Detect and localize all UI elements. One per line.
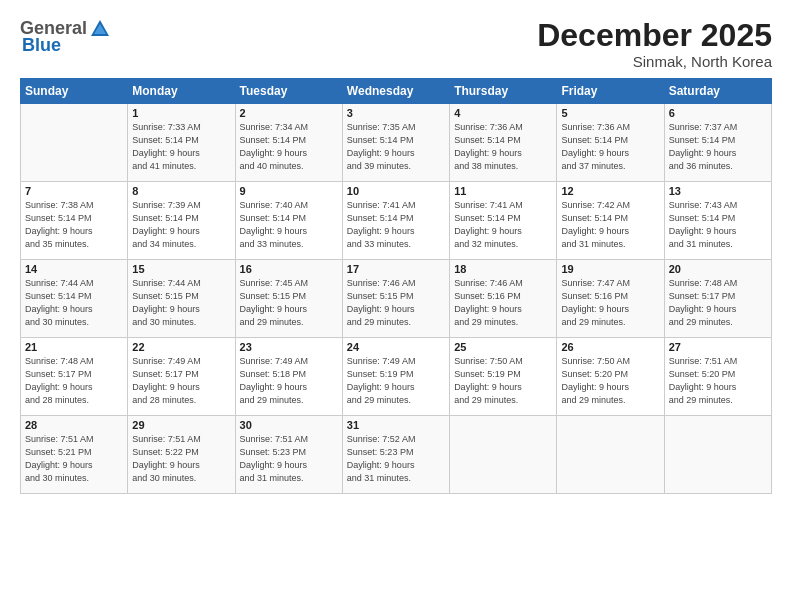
- title-block: December 2025 Sinmak, North Korea: [537, 18, 772, 70]
- calendar-cell: 5Sunrise: 7:36 AM Sunset: 5:14 PM Daylig…: [557, 104, 664, 182]
- day-number: 25: [454, 341, 552, 353]
- calendar-cell: 14Sunrise: 7:44 AM Sunset: 5:14 PM Dayli…: [21, 260, 128, 338]
- day-number: 3: [347, 107, 445, 119]
- calendar-table: SundayMondayTuesdayWednesdayThursdayFrid…: [20, 78, 772, 494]
- cell-info: Sunrise: 7:35 AM Sunset: 5:14 PM Dayligh…: [347, 121, 445, 173]
- cell-info: Sunrise: 7:48 AM Sunset: 5:17 PM Dayligh…: [669, 277, 767, 329]
- calendar-cell: 15Sunrise: 7:44 AM Sunset: 5:15 PM Dayli…: [128, 260, 235, 338]
- calendar-cell: 13Sunrise: 7:43 AM Sunset: 5:14 PM Dayli…: [664, 182, 771, 260]
- calendar-cell: 1Sunrise: 7:33 AM Sunset: 5:14 PM Daylig…: [128, 104, 235, 182]
- cell-info: Sunrise: 7:39 AM Sunset: 5:14 PM Dayligh…: [132, 199, 230, 251]
- cell-info: Sunrise: 7:51 AM Sunset: 5:20 PM Dayligh…: [669, 355, 767, 407]
- calendar-cell: 2Sunrise: 7:34 AM Sunset: 5:14 PM Daylig…: [235, 104, 342, 182]
- calendar-cell: 30Sunrise: 7:51 AM Sunset: 5:23 PM Dayli…: [235, 416, 342, 494]
- cell-info: Sunrise: 7:38 AM Sunset: 5:14 PM Dayligh…: [25, 199, 123, 251]
- calendar-cell: 3Sunrise: 7:35 AM Sunset: 5:14 PM Daylig…: [342, 104, 449, 182]
- day-number: 30: [240, 419, 338, 431]
- cell-info: Sunrise: 7:43 AM Sunset: 5:14 PM Dayligh…: [669, 199, 767, 251]
- col-header-sunday: Sunday: [21, 79, 128, 104]
- cell-info: Sunrise: 7:51 AM Sunset: 5:23 PM Dayligh…: [240, 433, 338, 485]
- col-header-wednesday: Wednesday: [342, 79, 449, 104]
- calendar-cell: 10Sunrise: 7:41 AM Sunset: 5:14 PM Dayli…: [342, 182, 449, 260]
- day-number: 6: [669, 107, 767, 119]
- cell-info: Sunrise: 7:51 AM Sunset: 5:22 PM Dayligh…: [132, 433, 230, 485]
- day-number: 20: [669, 263, 767, 275]
- page: General Blue December 2025 Sinmak, North…: [0, 0, 792, 612]
- cell-info: Sunrise: 7:34 AM Sunset: 5:14 PM Dayligh…: [240, 121, 338, 173]
- calendar-cell: [21, 104, 128, 182]
- cell-info: Sunrise: 7:37 AM Sunset: 5:14 PM Dayligh…: [669, 121, 767, 173]
- logo-icon: [89, 18, 111, 40]
- calendar-cell: 28Sunrise: 7:51 AM Sunset: 5:21 PM Dayli…: [21, 416, 128, 494]
- day-number: 11: [454, 185, 552, 197]
- day-number: 5: [561, 107, 659, 119]
- week-row: 28Sunrise: 7:51 AM Sunset: 5:21 PM Dayli…: [21, 416, 772, 494]
- day-number: 21: [25, 341, 123, 353]
- calendar-cell: 11Sunrise: 7:41 AM Sunset: 5:14 PM Dayli…: [450, 182, 557, 260]
- day-number: 14: [25, 263, 123, 275]
- cell-info: Sunrise: 7:51 AM Sunset: 5:21 PM Dayligh…: [25, 433, 123, 485]
- page-title: December 2025: [537, 18, 772, 53]
- calendar-cell: 25Sunrise: 7:50 AM Sunset: 5:19 PM Dayli…: [450, 338, 557, 416]
- day-number: 1: [132, 107, 230, 119]
- cell-info: Sunrise: 7:41 AM Sunset: 5:14 PM Dayligh…: [347, 199, 445, 251]
- day-number: 29: [132, 419, 230, 431]
- calendar-cell: 27Sunrise: 7:51 AM Sunset: 5:20 PM Dayli…: [664, 338, 771, 416]
- week-row: 1Sunrise: 7:33 AM Sunset: 5:14 PM Daylig…: [21, 104, 772, 182]
- day-number: 18: [454, 263, 552, 275]
- day-number: 2: [240, 107, 338, 119]
- header-row: SundayMondayTuesdayWednesdayThursdayFrid…: [21, 79, 772, 104]
- cell-info: Sunrise: 7:44 AM Sunset: 5:15 PM Dayligh…: [132, 277, 230, 329]
- day-number: 27: [669, 341, 767, 353]
- day-number: 16: [240, 263, 338, 275]
- cell-info: Sunrise: 7:50 AM Sunset: 5:20 PM Dayligh…: [561, 355, 659, 407]
- calendar-cell: 23Sunrise: 7:49 AM Sunset: 5:18 PM Dayli…: [235, 338, 342, 416]
- calendar-cell: 18Sunrise: 7:46 AM Sunset: 5:16 PM Dayli…: [450, 260, 557, 338]
- cell-info: Sunrise: 7:45 AM Sunset: 5:15 PM Dayligh…: [240, 277, 338, 329]
- col-header-tuesday: Tuesday: [235, 79, 342, 104]
- calendar-cell: 7Sunrise: 7:38 AM Sunset: 5:14 PM Daylig…: [21, 182, 128, 260]
- logo: General Blue: [20, 18, 111, 56]
- cell-info: Sunrise: 7:36 AM Sunset: 5:14 PM Dayligh…: [454, 121, 552, 173]
- page-subtitle: Sinmak, North Korea: [537, 53, 772, 70]
- calendar-cell: 29Sunrise: 7:51 AM Sunset: 5:22 PM Dayli…: [128, 416, 235, 494]
- cell-info: Sunrise: 7:46 AM Sunset: 5:16 PM Dayligh…: [454, 277, 552, 329]
- day-number: 24: [347, 341, 445, 353]
- calendar-cell: [664, 416, 771, 494]
- day-number: 22: [132, 341, 230, 353]
- day-number: 28: [25, 419, 123, 431]
- calendar-cell: 26Sunrise: 7:50 AM Sunset: 5:20 PM Dayli…: [557, 338, 664, 416]
- cell-info: Sunrise: 7:50 AM Sunset: 5:19 PM Dayligh…: [454, 355, 552, 407]
- col-header-monday: Monday: [128, 79, 235, 104]
- week-row: 14Sunrise: 7:44 AM Sunset: 5:14 PM Dayli…: [21, 260, 772, 338]
- day-number: 13: [669, 185, 767, 197]
- week-row: 21Sunrise: 7:48 AM Sunset: 5:17 PM Dayli…: [21, 338, 772, 416]
- calendar-cell: 4Sunrise: 7:36 AM Sunset: 5:14 PM Daylig…: [450, 104, 557, 182]
- calendar-cell: 20Sunrise: 7:48 AM Sunset: 5:17 PM Dayli…: [664, 260, 771, 338]
- calendar-cell: [450, 416, 557, 494]
- col-header-friday: Friday: [557, 79, 664, 104]
- cell-info: Sunrise: 7:52 AM Sunset: 5:23 PM Dayligh…: [347, 433, 445, 485]
- calendar-cell: 8Sunrise: 7:39 AM Sunset: 5:14 PM Daylig…: [128, 182, 235, 260]
- calendar-cell: 17Sunrise: 7:46 AM Sunset: 5:15 PM Dayli…: [342, 260, 449, 338]
- calendar-cell: 6Sunrise: 7:37 AM Sunset: 5:14 PM Daylig…: [664, 104, 771, 182]
- calendar-cell: 21Sunrise: 7:48 AM Sunset: 5:17 PM Dayli…: [21, 338, 128, 416]
- calendar-cell: 24Sunrise: 7:49 AM Sunset: 5:19 PM Dayli…: [342, 338, 449, 416]
- day-number: 10: [347, 185, 445, 197]
- cell-info: Sunrise: 7:44 AM Sunset: 5:14 PM Dayligh…: [25, 277, 123, 329]
- day-number: 17: [347, 263, 445, 275]
- cell-info: Sunrise: 7:49 AM Sunset: 5:19 PM Dayligh…: [347, 355, 445, 407]
- calendar-cell: 22Sunrise: 7:49 AM Sunset: 5:17 PM Dayli…: [128, 338, 235, 416]
- cell-info: Sunrise: 7:42 AM Sunset: 5:14 PM Dayligh…: [561, 199, 659, 251]
- day-number: 23: [240, 341, 338, 353]
- col-header-thursday: Thursday: [450, 79, 557, 104]
- day-number: 9: [240, 185, 338, 197]
- calendar-cell: 12Sunrise: 7:42 AM Sunset: 5:14 PM Dayli…: [557, 182, 664, 260]
- cell-info: Sunrise: 7:49 AM Sunset: 5:18 PM Dayligh…: [240, 355, 338, 407]
- cell-info: Sunrise: 7:41 AM Sunset: 5:14 PM Dayligh…: [454, 199, 552, 251]
- day-number: 4: [454, 107, 552, 119]
- day-number: 26: [561, 341, 659, 353]
- cell-info: Sunrise: 7:40 AM Sunset: 5:14 PM Dayligh…: [240, 199, 338, 251]
- calendar-cell: 9Sunrise: 7:40 AM Sunset: 5:14 PM Daylig…: [235, 182, 342, 260]
- header: General Blue December 2025 Sinmak, North…: [20, 18, 772, 70]
